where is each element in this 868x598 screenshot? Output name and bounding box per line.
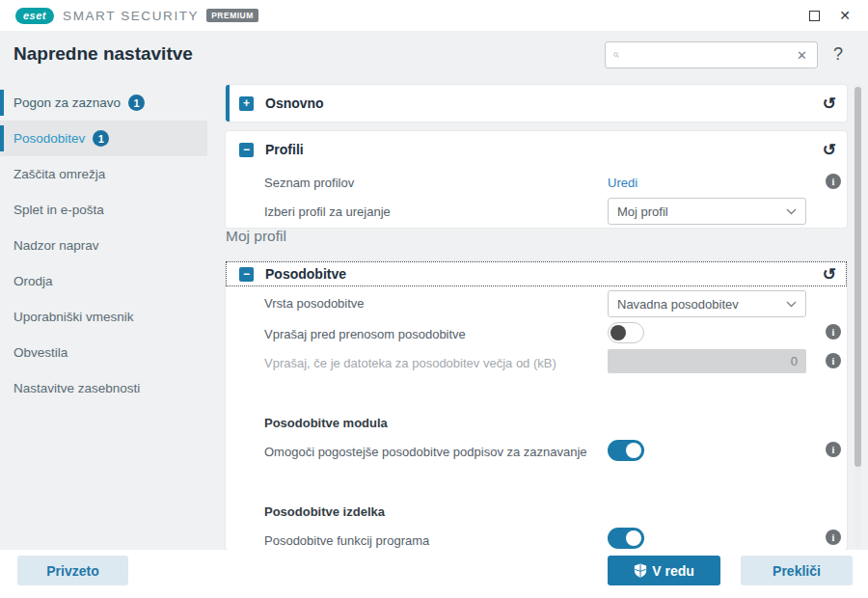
frequent-updates-toggle[interactable] — [608, 440, 644, 461]
undo-icon[interactable]: ↺ — [823, 95, 836, 112]
section-posodobitve: − Posodobitve ↺ Vrsta posodobitve Navadn… — [226, 261, 847, 550]
sidebar-item-label: Obvestila — [14, 345, 68, 360]
ask-size-label: Vprašaj, če je datoteka za posodobitev v… — [264, 356, 556, 370]
app-updates-label: Posodobitve funkcij programa — [264, 533, 429, 548]
page-title: Napredne nastavitve — [14, 43, 193, 65]
scrollbar-track[interactable] — [854, 83, 861, 548]
chevron-down-icon — [786, 208, 797, 215]
maximize-icon[interactable] — [809, 11, 820, 21]
footer: Privzeto V redu Prekliči — [0, 550, 868, 598]
product-name: SMART SECURITY — [63, 9, 199, 23]
undo-icon[interactable]: ↺ — [823, 266, 836, 283]
info-icon[interactable]: i — [826, 530, 841, 545]
sidebar-item-nadzor-naprav[interactable]: Nadzor naprav — [0, 228, 207, 263]
search-box[interactable]: ✕ — [605, 41, 818, 68]
sidebar-item-label: Orodja — [14, 274, 53, 288]
section-profili: − Profili ↺ Seznam profilov Uredi i Izbe… — [226, 131, 847, 228]
sidebar-item-label: Pogon za zaznavo — [14, 95, 121, 110]
sidebar-item-obvestila[interactable]: Obvestila — [0, 335, 207, 370]
help-icon[interactable]: ? — [833, 44, 843, 65]
search-clear-icon[interactable]: ✕ — [795, 48, 809, 63]
info-icon[interactable]: i — [826, 174, 841, 189]
ok-button[interactable]: V redu — [608, 556, 720, 585]
section-title: Profili — [265, 142, 304, 157]
sidebar-item-splet-in-eposta[interactable]: Splet in e-pošta — [0, 192, 207, 228]
sidebar-item-pogon-za-zaznavo[interactable]: Pogon za zaznavo 1 — [0, 85, 207, 121]
cancel-button-label: Prekliči — [773, 563, 821, 579]
section-title: Osnovno — [265, 95, 324, 111]
section-osnovno: + Osnovno ↺ — [226, 85, 847, 122]
header: Napredne nastavitve ✕ ? — [0, 31, 868, 81]
vrsta-posodobitve-label: Vrsta posodobitve — [264, 296, 365, 311]
status-badge: 1 — [128, 95, 145, 111]
ok-button-label: V redu — [652, 563, 694, 579]
section-posodobitve-header[interactable]: − Posodobitve ↺ — [226, 261, 847, 286]
info-icon[interactable]: i — [826, 353, 841, 368]
accent-bar — [0, 90, 4, 116]
sidebar-item-orodja[interactable]: Orodja — [0, 263, 207, 299]
settings-panel: + Osnovno ↺ − Profili ↺ Seznam profilov … — [224, 81, 868, 550]
ask-before-download-toggle[interactable] — [608, 322, 644, 343]
ask-size-input[interactable] — [608, 349, 806, 373]
section-profili-header[interactable]: − Profili ↺ — [226, 131, 847, 168]
sidebar-item-uporabniski-vmesnik[interactable]: Uporabniški vmesnik — [0, 299, 207, 335]
sidebar-item-zascita-omrezja[interactable]: Zaščita omrežja — [0, 156, 207, 192]
close-icon[interactable]: ✕ — [839, 9, 851, 22]
frequent-updates-label: Omogoči pogostejše posodobitve podpisov … — [264, 445, 587, 459]
eset-logo: eset — [15, 8, 54, 24]
sidebar-item-label: Zaščita omrežja — [14, 167, 105, 181]
edition-badge: PREMIUM — [206, 9, 258, 22]
sidebar-item-label: Splet in e-pošta — [14, 203, 104, 217]
cancel-button[interactable]: Prekliči — [741, 556, 853, 585]
sidebar-item-label: Nastavitve zasebnosti — [14, 381, 140, 395]
search-icon — [613, 48, 619, 62]
search-input[interactable] — [625, 48, 795, 63]
seznam-profilov-label: Seznam profilov — [264, 176, 354, 190]
profile-select-value: Moj profil — [617, 204, 668, 219]
app-updates-toggle[interactable] — [608, 528, 644, 549]
default-button[interactable]: Privzeto — [17, 556, 128, 585]
module-updates-heading: Posodobitve modula — [264, 416, 388, 430]
window-controls: ✕ — [809, 9, 851, 22]
uredi-link[interactable]: Uredi — [608, 176, 637, 190]
toggle-knob — [626, 530, 641, 546]
expand-icon[interactable]: + — [239, 96, 254, 111]
collapse-icon[interactable]: − — [239, 143, 254, 157]
shield-icon — [634, 563, 647, 578]
update-type-select-value: Navadna posodobitev — [617, 297, 739, 312]
undo-icon[interactable]: ↺ — [823, 142, 836, 158]
info-icon[interactable]: i — [826, 442, 841, 457]
profile-heading: Moj profil — [226, 228, 286, 245]
toggle-knob — [626, 443, 641, 458]
status-badge: 1 — [93, 130, 109, 147]
sidebar-item-posodobitev[interactable]: Posodobitev 1 — [0, 121, 207, 156]
scrollbar-thumb[interactable] — [854, 87, 861, 467]
profile-select[interactable]: Moj profil — [608, 198, 806, 225]
sidebar-item-label: Posodobitev — [14, 131, 85, 146]
sidebar: Pogon za zaznavo 1 Posodobitev 1 Zaščita… — [0, 81, 224, 550]
ask-before-download-label: Vprašaj pred prenosom posodobitve — [264, 327, 466, 341]
section-title: Posodobitve — [265, 266, 346, 282]
sidebar-item-label: Nadzor naprav — [14, 238, 99, 253]
accent-bar — [0, 125, 4, 151]
info-icon[interactable]: i — [826, 324, 841, 340]
product-updates-heading: Posodobitve izdelka — [264, 504, 385, 519]
izberi-profil-label: Izberi profil za urejanje — [264, 204, 391, 219]
sidebar-item-label: Uporabniški vmesnik — [14, 310, 134, 324]
collapse-icon[interactable]: − — [239, 267, 254, 282]
title-bar: eset SMART SECURITY PREMIUM ✕ — [0, 0, 868, 31]
default-button-label: Privzeto — [46, 563, 98, 579]
update-type-select[interactable]: Navadna posodobitev — [608, 290, 806, 317]
toggle-knob — [610, 325, 626, 340]
sidebar-item-nastavitve-zasebnosti[interactable]: Nastavitve zasebnosti — [0, 370, 207, 406]
section-osnovno-header[interactable]: + Osnovno ↺ — [230, 85, 847, 122]
chevron-down-icon — [786, 301, 797, 308]
